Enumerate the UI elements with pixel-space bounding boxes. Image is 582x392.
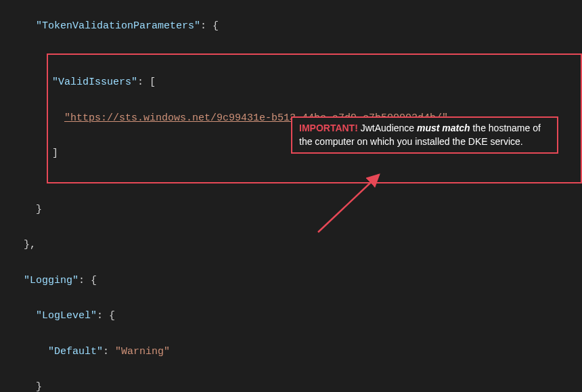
key-logging: "Logging" [24, 275, 79, 286]
callout-emph: must match [417, 123, 470, 133]
callout-important: IMPORTANT! [299, 123, 358, 133]
callout-text1: JwtAudience [358, 123, 417, 133]
key-loglevel: "LogLevel" [36, 310, 97, 322]
callout-box: IMPORTANT! JwtAudience must match the ho… [291, 116, 558, 154]
code-editor[interactable]: "TokenValidationParameters": { "ValidIss… [12, 0, 582, 392]
key-default: "Default" [48, 346, 103, 357]
key-validissuers: "ValidIssuers" [52, 77, 137, 88]
value-default: "Warning" [115, 346, 170, 357]
key-tokenvalidation: "TokenValidationParameters" [36, 20, 200, 32]
